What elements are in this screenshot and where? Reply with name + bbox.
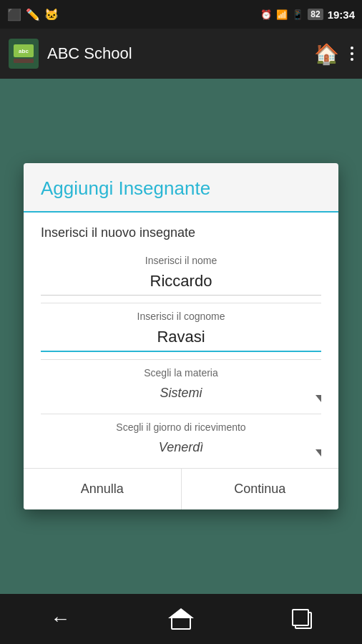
- battery-level: 82: [308, 9, 323, 20]
- back-button[interactable]: ←: [39, 605, 82, 633]
- signal-icon: 📱: [292, 9, 303, 20]
- more-menu-icon[interactable]: [351, 47, 353, 61]
- app-icon: 🐱: [44, 8, 59, 21]
- bottom-nav: ←: [0, 594, 362, 644]
- app-bar: abc ABC School 🏠: [0, 29, 362, 79]
- materia-group[interactable]: Scegli la materia Sistemi: [41, 360, 321, 414]
- dialog-actions: Annulla Continua: [24, 468, 338, 509]
- giorno-value[interactable]: Venerdì: [41, 437, 321, 461]
- screenshot-icon: ⬛: [7, 8, 21, 21]
- status-bar: ⬛ ✏️ 🐱 ⏰ 📶 📱 82 19:34: [0, 0, 362, 29]
- cognome-field-group: Inserisci il cognome: [41, 303, 321, 359]
- materia-value[interactable]: Sistemi: [41, 383, 321, 406]
- recents-button[interactable]: [280, 605, 323, 633]
- dialog-title: Aggiungi Insegnante: [24, 163, 338, 213]
- main-content: Aggiungi Insegnante Inserisci il nuovo i…: [0, 79, 362, 594]
- materia-dropdown-arrow: [315, 395, 321, 402]
- cognome-input[interactable]: [41, 325, 321, 352]
- dialog-add-teacher: Aggiungi Insegnante Inserisci il nuovo i…: [24, 163, 338, 509]
- home-icon[interactable]: 🏠: [314, 42, 339, 66]
- materia-label: Scegli la materia: [41, 367, 321, 379]
- back-arrow-icon: ←: [50, 608, 70, 630]
- dialog-subtitle: Inserisci il nuovo insegnate: [24, 213, 338, 248]
- cancel-button[interactable]: Annulla: [24, 469, 182, 509]
- nome-input[interactable]: [41, 269, 321, 296]
- wifi-icon: 📶: [276, 9, 288, 20]
- logo-text: abc: [19, 48, 29, 54]
- nome-label: Inserisci il nome: [41, 255, 321, 266]
- recents-icon: [292, 609, 312, 629]
- home-nav-icon: [170, 608, 192, 630]
- giorno-label: Scegli il giorno di ricevimento: [41, 421, 321, 433]
- app-bar-actions: 🏠: [314, 42, 353, 66]
- status-icons-right: ⏰ 📶 📱 82 19:34: [260, 9, 355, 21]
- clock: 19:34: [328, 9, 355, 21]
- nome-field-group: Inserisci il nome: [41, 248, 321, 303]
- cognome-label: Inserisci il cognome: [41, 311, 321, 322]
- continue-button[interactable]: Continua: [182, 469, 339, 509]
- app-title: ABC School: [47, 44, 305, 63]
- status-icons-left: ⬛ ✏️ 🐱: [7, 8, 59, 21]
- giorno-dropdown-arrow: [315, 449, 321, 457]
- home-button[interactable]: [160, 605, 202, 633]
- giorno-group[interactable]: Scegli il giorno di ricevimento Venerdì: [41, 414, 321, 468]
- dialog-form: Inserisci il nome Inserisci il cognome S…: [24, 248, 338, 468]
- edit-icon: ✏️: [26, 8, 40, 21]
- alarm-icon: ⏰: [260, 9, 272, 20]
- app-logo: abc: [9, 39, 39, 69]
